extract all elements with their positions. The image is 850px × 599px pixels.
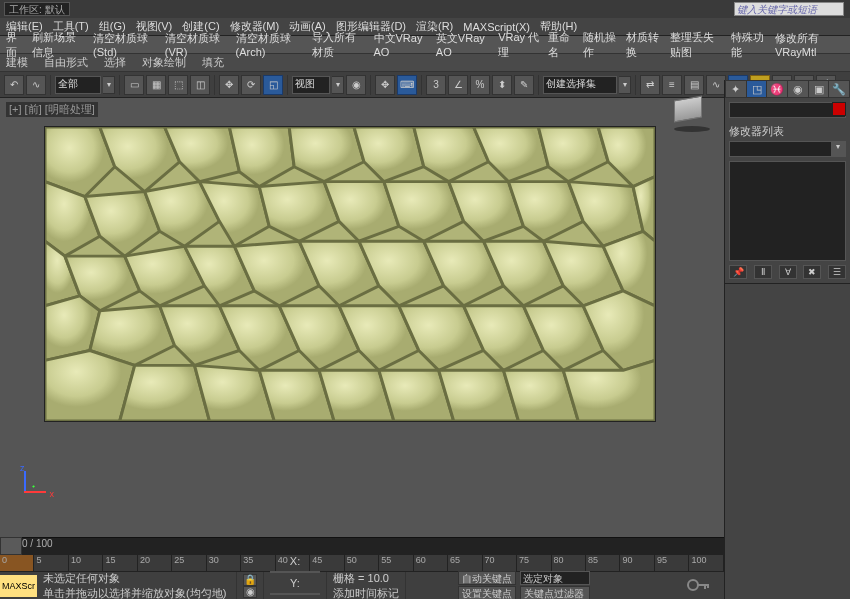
sec-item[interactable]: 修改所有VRayMtl [775, 31, 844, 58]
time-slider-thumb[interactable] [0, 537, 22, 555]
sec-item[interactable]: 整理丢失贴图 [670, 30, 723, 60]
title-bar: 工作区: 默认 [0, 0, 850, 18]
move-icon[interactable]: ✥ [219, 75, 239, 95]
plugin-toolbar: 界面 刷新场景信息 清空材质球(Std) 清空材质球(VR) 清空材质球(Arc… [0, 36, 850, 54]
sec-item[interactable]: 特殊功能 [731, 30, 767, 60]
command-tabs: ✦ ◳ ♓ ◉ ▣ 🔧 [725, 80, 850, 98]
work-area: [+] [前] [明暗处理] [0, 98, 724, 537]
show-result-icon[interactable]: Ⅱ [754, 265, 772, 279]
object-name-input[interactable] [729, 102, 846, 118]
viewport[interactable] [44, 126, 656, 422]
grid-size: 栅格 = 10.0 [333, 571, 399, 586]
command-panel: ✦ ◳ ♓ ◉ ▣ 🔧 修改器列表 ▾ 📌 Ⅱ ∀ ✖ ☰ [724, 80, 850, 599]
ribbon-select[interactable]: 选择 [104, 55, 126, 70]
isolate-icon[interactable]: ◉ [243, 586, 257, 598]
dropdown-icon[interactable]: ▾ [619, 76, 631, 94]
percent-snap-icon[interactable]: % [470, 75, 490, 95]
modify-tab-icon[interactable]: ◳ [747, 81, 767, 97]
utilities-tab-icon[interactable]: 🔧 [829, 81, 849, 97]
link-icon[interactable]: ∿ [26, 75, 46, 95]
status-selection: 未选定任何对象 [43, 571, 230, 586]
lock-icon[interactable]: 🔒 [243, 574, 257, 586]
modifier-stack[interactable] [729, 161, 846, 261]
time-tag[interactable]: 添加时间标记 [333, 586, 399, 600]
ref-coord[interactable]: 视图 [292, 76, 330, 94]
sec-item[interactable]: 中文VRay AO [374, 31, 428, 58]
keyboard-shortcut-icon[interactable]: ⌨ [397, 75, 417, 95]
select-region-icon[interactable]: ⬚ [168, 75, 188, 95]
sec-item[interactable]: 材质转换 [626, 30, 662, 60]
sec-item[interactable]: 随机操作 [583, 30, 619, 60]
select-icon[interactable]: ▭ [124, 75, 144, 95]
maxscript-listener[interactable]: MAXScr [0, 575, 37, 597]
sec-item[interactable]: 清空材质球(Std) [93, 31, 157, 58]
mirror-icon[interactable]: ⇄ [640, 75, 660, 95]
set-key-button[interactable]: 设置关键点 [458, 586, 516, 600]
remove-mod-icon[interactable]: ✖ [803, 265, 821, 279]
tick: 0 [0, 555, 34, 571]
key-filters-button[interactable]: 关键点过滤器 [520, 586, 590, 600]
key-target[interactable]: 选定对象 [520, 571, 590, 585]
selection-filter[interactable]: 全部 [55, 76, 101, 94]
align-icon[interactable]: ≡ [662, 75, 682, 95]
transform-type-in: X: Y: Z: [264, 572, 327, 599]
dropdown-icon[interactable]: ▾ [103, 76, 115, 94]
ribbon-freeform[interactable]: 自由形式 [44, 55, 88, 70]
object-color-swatch[interactable] [832, 102, 846, 116]
axis-gizmo: zx [10, 467, 50, 507]
create-tab-icon[interactable]: ✦ [726, 81, 746, 97]
rotate-icon[interactable]: ⟳ [241, 75, 261, 95]
motion-tab-icon[interactable]: ◉ [788, 81, 808, 97]
viewport-label[interactable]: [+] [前] [明暗处理] [6, 102, 98, 117]
time-slider[interactable]: 0 / 100 [0, 537, 724, 555]
y-input[interactable] [270, 593, 320, 595]
time-ruler[interactable]: 0 5 10 15 20 25 30 35 40 45 50 55 60 65 … [0, 555, 724, 571]
ribbon-fill[interactable]: 填充 [202, 55, 224, 70]
sec-item[interactable]: 重命名 [548, 30, 575, 60]
configure-icon[interactable]: ☰ [828, 265, 846, 279]
help-search-input[interactable]: 键入关键字或短语 [734, 2, 844, 16]
sec-item[interactable]: 导入所有材质 [312, 30, 365, 60]
svg-marker-51 [563, 360, 655, 421]
modifier-dropdown[interactable]: ▾ [729, 141, 846, 157]
unique-icon[interactable]: ∀ [779, 265, 797, 279]
selection-set[interactable]: 创建选择集 [543, 76, 617, 94]
view-cube[interactable] [674, 98, 710, 132]
sec-item[interactable]: 清空材质球(Arch) [236, 31, 305, 58]
sec-item[interactable]: 英文VRay AO [436, 31, 490, 58]
dropdown-icon[interactable]: ▾ [332, 76, 344, 94]
sec-item[interactable]: VRay 代理 [498, 30, 540, 60]
auto-key-button[interactable]: 自动关键点 [458, 571, 516, 585]
ribbon-paint[interactable]: 对象绘制 [142, 55, 186, 70]
modifier-list-label: 修改器列表 [725, 122, 850, 141]
x-input[interactable] [270, 571, 320, 573]
display-tab-icon[interactable]: ▣ [809, 81, 829, 97]
sec-item[interactable]: 清空材质球(VR) [165, 31, 228, 58]
snap-icon[interactable]: 3 [426, 75, 446, 95]
undo-icon[interactable]: ↶ [4, 75, 24, 95]
workspace-selector[interactable]: 工作区: 默认 [4, 2, 70, 16]
select-name-icon[interactable]: ▦ [146, 75, 166, 95]
curve-editor-icon[interactable]: ∿ [706, 75, 726, 95]
key-controls: 自动关键点 设置关键点 选定对象 关键点过滤器 [454, 571, 724, 599]
ribbon-modeling[interactable]: 建模 [6, 55, 28, 70]
hierarchy-tab-icon[interactable]: ♓ [767, 81, 787, 97]
angle-snap-icon[interactable]: ∠ [448, 75, 468, 95]
pin-stack-icon[interactable]: 📌 [729, 265, 747, 279]
spinner-snap-icon[interactable]: ⬍ [492, 75, 512, 95]
layers-icon[interactable]: ▤ [684, 75, 704, 95]
status-prompt: 单击并拖动以选择并缩放对象(均匀地) [43, 586, 230, 600]
edit-selection-icon[interactable]: ✎ [514, 75, 534, 95]
pivot-icon[interactable]: ◉ [346, 75, 366, 95]
scale-icon[interactable]: ◱ [263, 75, 283, 95]
manipulate-icon[interactable]: ✥ [375, 75, 395, 95]
main-toolbar: ↶ ∿ 全部 ▾ ▭ ▦ ⬚ ◫ ✥ ⟳ ◱ 视图 ▾ ◉ ✥ ⌨ 3 ∠ % … [0, 72, 850, 98]
window-crossing-icon[interactable]: ◫ [190, 75, 210, 95]
frame-range: 0 / 100 [22, 538, 53, 549]
